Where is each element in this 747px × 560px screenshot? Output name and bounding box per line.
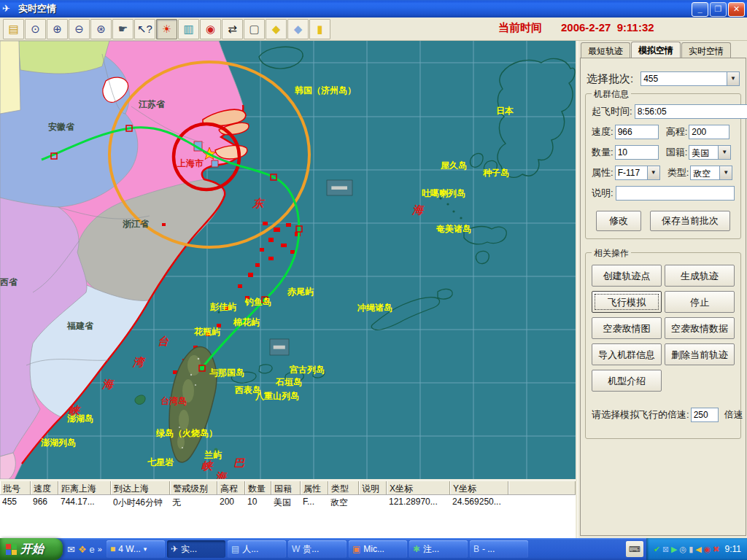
attr-combo-arrow-icon[interactable]: ▼ [647,166,659,179]
task-powerpoint[interactable]: ▣Mic... [349,540,407,558]
takeoff-input[interactable] [635,104,747,119]
transfer-button[interactable]: ⇄ [222,19,243,39]
col-header[interactable]: 距离上海 [58,481,111,494]
quick-launch: ✉❖e» [63,544,107,555]
task-item-label: 贵... [303,543,319,556]
zoom-full-extent-button[interactable]: ⊙ [25,19,46,39]
save-batch-button[interactable]: 保存当前批次 [650,211,730,231]
mail-icon[interactable]: ✉ [67,544,75,555]
map-canvas[interactable]: 韩国（济州岛）日本屋久岛种子岛吐噶喇列岛奄美诸岛赤尾屿钓鱼岛彭佳屿棉花屿花瓶屿冲… [0,41,576,479]
task-register[interactable]: ✱注... [409,540,468,558]
task-doc2[interactable]: W贵... [288,540,347,558]
task-folder[interactable]: ■4 W...▾ [107,540,165,558]
op-button-8[interactable]: 删除当前轨迹 [665,343,735,365]
speed-suffix: 倍速 [724,408,743,421]
task-item-label: 注... [423,543,439,556]
col-header[interactable]: 数量 [245,481,271,494]
close-button[interactable]: ✕ [728,2,745,17]
nation-combo[interactable]: 美国 ▼ [689,145,731,160]
task-items: ■4 W...▾✈实...▤人...W贵...▣Mic...✱注...B- ..… [107,540,623,558]
warning-sign-button[interactable]: ◆ [266,19,287,39]
col-header[interactable]: 速度 [31,481,58,494]
ie-icon[interactable]: e [90,544,95,555]
battery-icon[interactable]: ▮ [689,545,693,553]
table-cell: 10 [245,496,271,508]
zoom-window-icon: ⊛ [96,23,106,34]
scheduler-icon[interactable]: ▶ [671,545,677,553]
pan-hand-button[interactable]: ☛ [112,19,133,39]
start-button[interactable]: 开始 [0,538,63,560]
antivirus-icon[interactable]: ✔ [654,545,660,553]
desc-input[interactable] [616,186,735,201]
nation-combo-arrow-icon[interactable]: ▼ [718,146,730,159]
op-button-7[interactable]: 导入机群信息 [592,343,662,365]
open-file-button[interactable]: ▤ [3,19,24,39]
batch-combo-arrow-icon[interactable]: ▼ [727,72,739,85]
col-header[interactable]: 属性 [301,481,328,494]
attr-combo[interactable]: F-117 ▼ [615,166,660,180]
type-combo-arrow-icon[interactable]: ▼ [719,166,732,179]
quick-launch-overflow[interactable]: » [98,545,102,553]
tray-clock[interactable]: 9:11 [725,544,741,554]
task-doc1[interactable]: ▤人... [228,540,286,558]
ime-keyboard-icon[interactable]: ⌨ [626,541,643,557]
target-button[interactable]: ◉ [200,19,221,39]
info-panel-icon: ▥ [183,23,193,34]
new-document-button[interactable]: ▢ [244,19,265,39]
op-button-3[interactable]: 飞行模拟 [592,291,662,313]
info-panel-button[interactable]: ▥ [178,19,199,39]
table-row[interactable]: 455966744.17...0小时46分钟无20010美国F...敌空121.… [0,496,576,508]
cd-icon[interactable]: ◎ [680,545,687,553]
title-bar[interactable]: ✈ 实时空情 _ ❐ ✕ [0,0,747,18]
zoom-in-button[interactable]: ⊕ [47,19,68,39]
speed-input[interactable] [615,125,659,139]
task-item-label: 实... [181,543,197,556]
zoom-out-button[interactable]: ⊖ [69,19,90,39]
network-offline-icon[interactable]: ⊠ [662,545,669,553]
op-button-1[interactable]: 创建轨迹点 [592,265,662,287]
col-header[interactable]: X坐标 [387,481,450,494]
col-header[interactable]: 说明 [359,481,387,494]
media-player-icon[interactable]: ❖ [78,544,87,555]
task-item-label: - ... [482,544,495,554]
task-air-situation[interactable]: ✈实... [167,540,225,558]
folder-icon: ■ [110,544,115,554]
toolbar: ▤⊙⊕⊖⊛☛↖?☀▥◉⇄▢◆◆▮ 当前时间2006-2-27 9:11:32 [0,18,747,41]
window-title: 实时空情 [18,2,56,15]
warning-sign-icon: ◆ [272,23,281,34]
exit-door-button[interactable]: ▮ [309,19,330,39]
batch-label: 选择批次: [587,72,633,86]
gem-icon: ◆ [294,23,303,34]
alert-shield-icon[interactable]: ✖ [713,545,719,553]
type-combo[interactable]: 敌空 ▼ [690,166,732,180]
col-header[interactable]: 警戒级别 [170,481,217,494]
modify-button[interactable]: 修改 [596,211,641,231]
op-button-4[interactable]: 停止 [665,291,735,313]
alt-input[interactable] [689,125,729,139]
op-button-6[interactable]: 空袭敌情数据 [665,317,735,339]
minimize-button[interactable]: _ [692,2,708,17]
task-b[interactable]: B- ... [470,540,528,558]
count-input[interactable] [615,145,659,160]
col-header[interactable]: 国籍 [271,481,301,494]
col-header[interactable] [508,481,576,494]
col-header[interactable]: Y坐标 [450,481,508,494]
col-header[interactable]: 类型 [328,481,359,494]
air-situation-button[interactable]: ☀ [156,19,177,39]
op-button-2[interactable]: 生成轨迹 [665,265,735,287]
speed-factor-input[interactable] [691,408,719,422]
op-button-5[interactable]: 空袭敌情图 [592,317,662,339]
gem-button[interactable]: ◆ [287,19,309,39]
related-ops-group: 相关操作 创建轨迹点生成轨迹飞行模拟停止空袭敌情图空袭敌情数据导入机群信息删除当… [585,252,741,439]
maximize-button[interactable]: ❐ [710,2,727,17]
zoom-window-button[interactable]: ⊛ [90,19,112,39]
col-header[interactable]: 批号 [0,481,31,494]
identify-help-button[interactable]: ↖? [134,19,155,39]
col-header[interactable]: 到达上海 [111,481,170,494]
takeoff-label: 起飞时间: [592,105,632,118]
ati-icon[interactable]: ◉ [704,545,711,553]
op-button-9[interactable]: 机型介绍 [592,370,662,392]
batch-combo[interactable]: 455 ▼ [640,71,740,86]
col-header[interactable]: 高程 [217,481,245,494]
volume-icon[interactable]: ◀ [695,545,701,553]
